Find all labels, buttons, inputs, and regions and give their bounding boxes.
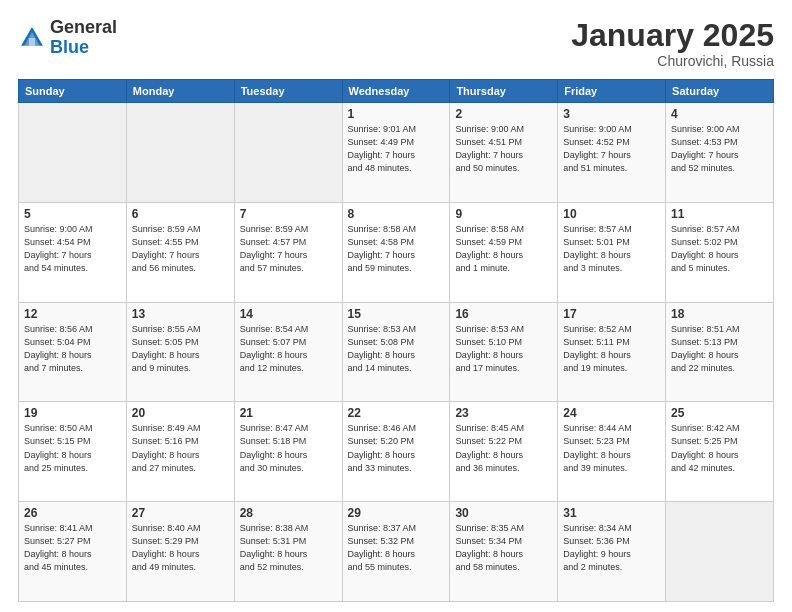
day-info: Sunrise: 9:00 AM Sunset: 4:53 PM Dayligh…	[671, 123, 768, 175]
calendar-table: SundayMondayTuesdayWednesdayThursdayFrid…	[18, 79, 774, 602]
day-info: Sunrise: 8:50 AM Sunset: 5:15 PM Dayligh…	[24, 422, 121, 474]
day-info: Sunrise: 8:52 AM Sunset: 5:11 PM Dayligh…	[563, 323, 660, 375]
day-cell: 13Sunrise: 8:55 AM Sunset: 5:05 PM Dayli…	[126, 302, 234, 402]
day-cell: 30Sunrise: 8:35 AM Sunset: 5:34 PM Dayli…	[450, 502, 558, 602]
day-info: Sunrise: 8:53 AM Sunset: 5:10 PM Dayligh…	[455, 323, 552, 375]
day-cell: 9Sunrise: 8:58 AM Sunset: 4:59 PM Daylig…	[450, 202, 558, 302]
day-info: Sunrise: 8:59 AM Sunset: 4:55 PM Dayligh…	[132, 223, 229, 275]
day-info: Sunrise: 8:56 AM Sunset: 5:04 PM Dayligh…	[24, 323, 121, 375]
calendar-header: SundayMondayTuesdayWednesdayThursdayFrid…	[19, 80, 774, 103]
day-info: Sunrise: 9:00 AM Sunset: 4:54 PM Dayligh…	[24, 223, 121, 275]
day-cell: 28Sunrise: 8:38 AM Sunset: 5:31 PM Dayli…	[234, 502, 342, 602]
week-row-4: 19Sunrise: 8:50 AM Sunset: 5:15 PM Dayli…	[19, 402, 774, 502]
day-info: Sunrise: 8:34 AM Sunset: 5:36 PM Dayligh…	[563, 522, 660, 574]
week-row-3: 12Sunrise: 8:56 AM Sunset: 5:04 PM Dayli…	[19, 302, 774, 402]
day-cell: 25Sunrise: 8:42 AM Sunset: 5:25 PM Dayli…	[666, 402, 774, 502]
day-number: 7	[240, 207, 337, 221]
day-number: 2	[455, 107, 552, 121]
day-info: Sunrise: 9:01 AM Sunset: 4:49 PM Dayligh…	[348, 123, 445, 175]
day-cell: 10Sunrise: 8:57 AM Sunset: 5:01 PM Dayli…	[558, 202, 666, 302]
day-cell	[666, 502, 774, 602]
day-number: 19	[24, 406, 121, 420]
day-cell: 3Sunrise: 9:00 AM Sunset: 4:52 PM Daylig…	[558, 103, 666, 203]
day-cell: 8Sunrise: 8:58 AM Sunset: 4:58 PM Daylig…	[342, 202, 450, 302]
day-number: 31	[563, 506, 660, 520]
title-block: January 2025 Churovichi, Russia	[571, 18, 774, 69]
day-number: 22	[348, 406, 445, 420]
page: General Blue January 2025 Churovichi, Ru…	[0, 0, 792, 612]
day-cell	[126, 103, 234, 203]
weekday-row: SundayMondayTuesdayWednesdayThursdayFrid…	[19, 80, 774, 103]
day-cell: 23Sunrise: 8:45 AM Sunset: 5:22 PM Dayli…	[450, 402, 558, 502]
day-cell: 4Sunrise: 9:00 AM Sunset: 4:53 PM Daylig…	[666, 103, 774, 203]
logo: General Blue	[18, 18, 117, 58]
day-number: 29	[348, 506, 445, 520]
day-info: Sunrise: 8:40 AM Sunset: 5:29 PM Dayligh…	[132, 522, 229, 574]
day-cell: 12Sunrise: 8:56 AM Sunset: 5:04 PM Dayli…	[19, 302, 127, 402]
day-number: 26	[24, 506, 121, 520]
day-cell	[234, 103, 342, 203]
day-cell: 11Sunrise: 8:57 AM Sunset: 5:02 PM Dayli…	[666, 202, 774, 302]
day-cell: 6Sunrise: 8:59 AM Sunset: 4:55 PM Daylig…	[126, 202, 234, 302]
day-info: Sunrise: 8:58 AM Sunset: 4:58 PM Dayligh…	[348, 223, 445, 275]
weekday-header-saturday: Saturday	[666, 80, 774, 103]
day-info: Sunrise: 8:37 AM Sunset: 5:32 PM Dayligh…	[348, 522, 445, 574]
day-cell: 2Sunrise: 9:00 AM Sunset: 4:51 PM Daylig…	[450, 103, 558, 203]
logo-text: General Blue	[50, 18, 117, 58]
day-info: Sunrise: 8:57 AM Sunset: 5:01 PM Dayligh…	[563, 223, 660, 275]
day-cell: 5Sunrise: 9:00 AM Sunset: 4:54 PM Daylig…	[19, 202, 127, 302]
day-cell: 16Sunrise: 8:53 AM Sunset: 5:10 PM Dayli…	[450, 302, 558, 402]
day-number: 25	[671, 406, 768, 420]
svg-rect-2	[29, 38, 35, 46]
day-info: Sunrise: 8:58 AM Sunset: 4:59 PM Dayligh…	[455, 223, 552, 275]
day-number: 6	[132, 207, 229, 221]
day-cell: 21Sunrise: 8:47 AM Sunset: 5:18 PM Dayli…	[234, 402, 342, 502]
day-info: Sunrise: 9:00 AM Sunset: 4:51 PM Dayligh…	[455, 123, 552, 175]
day-info: Sunrise: 8:44 AM Sunset: 5:23 PM Dayligh…	[563, 422, 660, 474]
day-info: Sunrise: 8:41 AM Sunset: 5:27 PM Dayligh…	[24, 522, 121, 574]
day-cell: 17Sunrise: 8:52 AM Sunset: 5:11 PM Dayli…	[558, 302, 666, 402]
location: Churovichi, Russia	[571, 53, 774, 69]
day-number: 27	[132, 506, 229, 520]
day-number: 16	[455, 307, 552, 321]
day-number: 3	[563, 107, 660, 121]
day-cell: 29Sunrise: 8:37 AM Sunset: 5:32 PM Dayli…	[342, 502, 450, 602]
day-cell: 27Sunrise: 8:40 AM Sunset: 5:29 PM Dayli…	[126, 502, 234, 602]
day-number: 23	[455, 406, 552, 420]
day-info: Sunrise: 8:38 AM Sunset: 5:31 PM Dayligh…	[240, 522, 337, 574]
day-number: 21	[240, 406, 337, 420]
day-number: 13	[132, 307, 229, 321]
day-cell: 7Sunrise: 8:59 AM Sunset: 4:57 PM Daylig…	[234, 202, 342, 302]
day-number: 12	[24, 307, 121, 321]
day-number: 17	[563, 307, 660, 321]
day-cell: 14Sunrise: 8:54 AM Sunset: 5:07 PM Dayli…	[234, 302, 342, 402]
weekday-header-monday: Monday	[126, 80, 234, 103]
day-info: Sunrise: 8:46 AM Sunset: 5:20 PM Dayligh…	[348, 422, 445, 474]
week-row-1: 1Sunrise: 9:01 AM Sunset: 4:49 PM Daylig…	[19, 103, 774, 203]
day-cell: 22Sunrise: 8:46 AM Sunset: 5:20 PM Dayli…	[342, 402, 450, 502]
day-cell: 20Sunrise: 8:49 AM Sunset: 5:16 PM Dayli…	[126, 402, 234, 502]
day-number: 18	[671, 307, 768, 321]
day-number: 24	[563, 406, 660, 420]
week-row-5: 26Sunrise: 8:41 AM Sunset: 5:27 PM Dayli…	[19, 502, 774, 602]
day-number: 1	[348, 107, 445, 121]
day-info: Sunrise: 8:45 AM Sunset: 5:22 PM Dayligh…	[455, 422, 552, 474]
logo-blue: Blue	[50, 37, 89, 57]
day-cell: 24Sunrise: 8:44 AM Sunset: 5:23 PM Dayli…	[558, 402, 666, 502]
day-info: Sunrise: 8:47 AM Sunset: 5:18 PM Dayligh…	[240, 422, 337, 474]
week-row-2: 5Sunrise: 9:00 AM Sunset: 4:54 PM Daylig…	[19, 202, 774, 302]
weekday-header-wednesday: Wednesday	[342, 80, 450, 103]
day-number: 14	[240, 307, 337, 321]
day-cell	[19, 103, 127, 203]
day-info: Sunrise: 8:51 AM Sunset: 5:13 PM Dayligh…	[671, 323, 768, 375]
day-number: 10	[563, 207, 660, 221]
header: General Blue January 2025 Churovichi, Ru…	[18, 18, 774, 69]
weekday-header-thursday: Thursday	[450, 80, 558, 103]
day-cell: 31Sunrise: 8:34 AM Sunset: 5:36 PM Dayli…	[558, 502, 666, 602]
day-number: 11	[671, 207, 768, 221]
day-cell: 15Sunrise: 8:53 AM Sunset: 5:08 PM Dayli…	[342, 302, 450, 402]
day-number: 5	[24, 207, 121, 221]
day-number: 15	[348, 307, 445, 321]
month-title: January 2025	[571, 18, 774, 53]
logo-general: General	[50, 17, 117, 37]
